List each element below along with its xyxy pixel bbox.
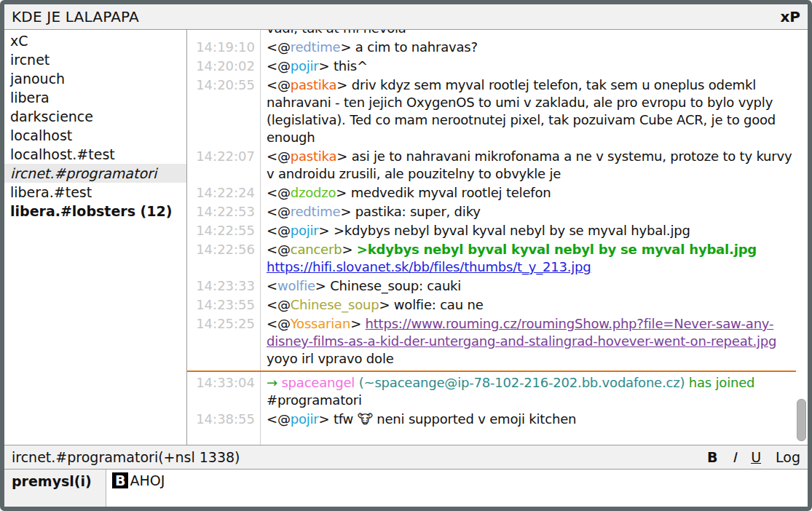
channel-status-text: ircnet.#programatori(+nsl 1338) — [12, 449, 240, 465]
message-segment: > — [350, 316, 365, 331]
chat-message: 14:22:53<@redtime> pastika: super, diky — [187, 203, 796, 221]
message-segment: vadi, tak at mi nevola — [267, 30, 406, 36]
message-timestamp: 14:22:53 — [187, 203, 260, 221]
message-segment: <@ — [267, 223, 291, 238]
message-list: vadi, tak at mi nevola14:19:10<@redtime>… — [187, 30, 796, 429]
message-segment-yossarian: Yossarian — [291, 316, 350, 331]
message-segment: > — [342, 242, 356, 257]
message-segment: > pastika: super, diky — [340, 204, 480, 219]
bold-button[interactable]: B — [707, 449, 717, 465]
message-segment-wolfie: wolfie — [277, 278, 315, 293]
message-segment-pojir: pojir — [291, 58, 319, 74]
message-segment: <@ — [267, 58, 291, 74]
message-segment-chinese_soup: Chinese_soup — [291, 297, 379, 312]
message-segment-pastika: pastika — [291, 77, 337, 92]
message-segment: <@ — [267, 242, 291, 257]
message-segment: <@ — [267, 204, 291, 219]
window-controls-button[interactable]: xP — [780, 8, 800, 25]
message-text: <@pojir> >kdybys nebyl byval kyval nebyl… — [267, 222, 796, 239]
message-segment-redtime: redtime — [291, 39, 341, 55]
message-segment-redtime: redtime — [291, 204, 341, 219]
chat-message: 14:23:33<wolfie> Chinese_soup: cauki — [187, 277, 796, 295]
sidebar-item[interactable]: libera.#lobsters (12) — [4, 202, 186, 221]
sidebar-item[interactable]: janouch — [4, 69, 186, 88]
main-area: xCircnetjanouchliberadarksciencelocalhos… — [4, 30, 808, 445]
status-bar: ircnet.#programatori(+nsl 1338) B I U Lo… — [4, 445, 808, 469]
format-toolbar: B I U Log — [707, 449, 800, 465]
message-text: <@pojir> this^ — [267, 58, 796, 75]
title-bar: KDE JE LALAPAPA xP — [4, 4, 808, 30]
chat-message: 14:23:55<@Chinese_soup> wolfie: cau ne — [187, 296, 796, 314]
chat-message: 14:25:25<@Yossarian> https://www.rouming… — [187, 315, 796, 368]
message-segment: > >kdybys nebyl byval kyval nebyl by se … — [319, 223, 690, 238]
message-text: <@Yossarian> https://www.rouming.cz/roum… — [267, 315, 796, 368]
chat-message: 14:20:55<@pastika> driv kdyz sem myval r… — [187, 76, 796, 146]
input-row: premysl(i) B AHOJ — [4, 469, 808, 507]
message-timestamp: 14:38:55 — [187, 411, 260, 428]
message-segment-join: has joined — [689, 375, 754, 390]
message-segment: > tfw 🐮 neni supported v emoji kitchen — [319, 411, 577, 427]
log-button[interactable]: Log — [776, 449, 800, 465]
sidebar-item[interactable]: ircnet.#programatori — [4, 164, 186, 183]
message-segment: > driv kdyz sem myval rootlej telefon, t… — [267, 77, 776, 145]
message-segment-join: → — [267, 375, 281, 390]
message-text: <@Chinese_soup> wolfie: cau ne — [267, 296, 796, 314]
sidebar-item[interactable]: localhost — [4, 126, 186, 145]
irc-client-window: KDE JE LALAPAPA xP xCircnetjanouchlibera… — [0, 0, 812, 511]
message-segment: <@ — [267, 411, 291, 427]
message-segment: < — [267, 278, 277, 293]
message-segment-spaceangel: spaceangel — [281, 375, 355, 390]
input-text: AHOJ — [130, 472, 165, 488]
window-title: KDE JE LALAPAPA — [12, 8, 139, 25]
underline-button[interactable]: U — [751, 449, 761, 465]
message-segment-pastika: pastika — [291, 148, 337, 164]
sidebar-item[interactable]: ircnet — [4, 50, 186, 69]
message-segment: <@ — [267, 185, 291, 200]
sidebar-item[interactable]: libera.#test — [4, 183, 186, 202]
message-segment: > wolfie: cau ne — [379, 297, 483, 312]
sidebar-item[interactable]: darkscience — [4, 107, 186, 126]
message-link[interactable]: https://hifi.slovanet.sk/bb/files/thumbs… — [267, 259, 591, 274]
chat-message: 14:33:04 → spaceangel (~spaceange@ip-78-… — [187, 374, 796, 409]
channel-sidebar: xCircnetjanouchliberadarksciencelocalhos… — [4, 30, 187, 445]
message-segment: <@ — [267, 77, 291, 92]
message-text: <@pojir> tfw 🐮 neni supported v emoji ki… — [267, 411, 796, 428]
nick-label: premysl(i) — [4, 470, 106, 507]
message-segment-cancerb: cancerb — [291, 242, 342, 257]
message-timestamp: 14:22:55 — [187, 222, 260, 239]
message-segment-dzodzo: dzodzo — [291, 185, 336, 200]
message-text: <@dzodzo> medvedik myval rootlej telefon — [267, 184, 796, 202]
message-segment: > Chinese_soup: cauki — [315, 278, 461, 293]
message-segment-pojir: pojir — [291, 223, 319, 238]
message-segment: > this^ — [319, 58, 368, 74]
message-timestamp: 14:25:25 — [187, 315, 260, 368]
message-segment: <@ — [267, 297, 291, 312]
message-segment-pojir: pojir — [291, 411, 319, 427]
message-input[interactable]: B AHOJ — [106, 470, 808, 507]
chat-message: 14:22:24<@dzodzo> medvedik myval rootlej… — [187, 184, 796, 202]
chat-message: 14:38:55<@pojir> tfw 🐮 neni supported v … — [187, 411, 796, 428]
scrollbar-thumb[interactable] — [797, 399, 806, 441]
message-segment: > asi je to nahravani mikrofonama a ne v… — [267, 148, 792, 181]
message-text: <@pastika> driv kdyz sem myval rootlej t… — [267, 76, 796, 146]
message-timestamp — [187, 30, 260, 37]
message-timestamp: 14:23:55 — [187, 296, 260, 314]
italic-button[interactable]: I — [733, 449, 737, 465]
message-segment: yoyo irl vpravo dole — [267, 351, 394, 366]
message-segment-host: (~spaceange@ip-78-102-216-202.bb.vodafon… — [359, 375, 685, 390]
message-segment: > a cim to nahravas? — [340, 39, 477, 55]
message-timestamp: 14:22:56 — [187, 241, 260, 276]
sidebar-item[interactable]: localhost.#test — [4, 145, 186, 164]
message-segment: <@ — [267, 316, 291, 331]
message-segment: #programatori — [267, 392, 362, 408]
chat-message: vadi, tak at mi nevola — [187, 30, 796, 37]
sidebar-item[interactable]: xC — [4, 31, 186, 50]
chat-message: 14:19:10<@redtime> a cim to nahravas? — [187, 39, 796, 56]
chat-message: 14:20:02<@pojir> this^ — [187, 58, 796, 75]
chat-message: 14:22:55<@pojir> >kdybys nebyl byval kyv… — [187, 222, 796, 239]
message-segment-green: >kdybys nebyl byval kyval nebyl by se my… — [357, 242, 757, 257]
sidebar-item[interactable]: libera — [4, 88, 186, 107]
unread-separator — [187, 371, 796, 372]
message-timestamp: 14:19:10 — [187, 39, 260, 56]
message-text: → spaceangel (~spaceange@ip-78-102-216-2… — [267, 374, 796, 409]
